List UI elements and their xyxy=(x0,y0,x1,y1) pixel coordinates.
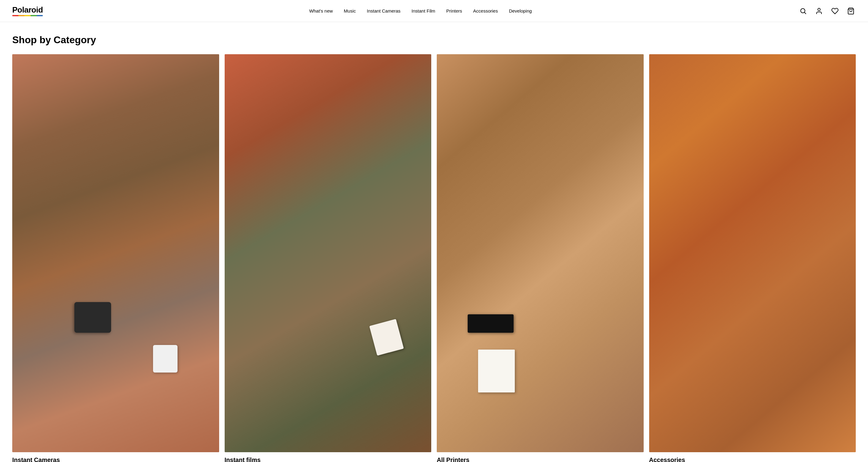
svg-point-2 xyxy=(818,8,820,11)
search-button[interactable] xyxy=(798,6,808,16)
nav-item-instant-film[interactable]: Instant Film xyxy=(412,8,436,13)
nav-item-instant-cameras[interactable]: Instant Cameras xyxy=(367,8,401,13)
category-card-instant-cameras[interactable]: Instant Cameras xyxy=(12,54,219,462)
svg-point-0 xyxy=(801,8,805,13)
category-label-instant-films: Instant films xyxy=(225,457,432,462)
nav-item-accessories[interactable]: Accessories xyxy=(473,8,498,13)
cart-button[interactable] xyxy=(846,6,856,16)
category-image-instant-films xyxy=(225,54,432,452)
category-image-all-printers xyxy=(437,54,644,452)
category-image-instant-cameras xyxy=(12,54,219,452)
search-icon xyxy=(800,7,807,15)
nav-item-music[interactable]: Music xyxy=(344,8,355,13)
logo-bar-red xyxy=(12,15,18,16)
category-label-instant-cameras: Instant Cameras xyxy=(12,457,219,462)
main-nav: What's new Music Instant Cameras Instant… xyxy=(309,8,532,13)
main-content: Shop by Category Instant Cameras Instant… xyxy=(0,22,868,462)
category-image-accessories xyxy=(649,54,856,452)
heart-icon xyxy=(831,7,839,15)
logo[interactable]: Polaroid xyxy=(12,6,43,16)
section-title: Shop by Category xyxy=(12,34,856,46)
nav-item-developing[interactable]: Developing xyxy=(509,8,532,13)
logo-bar-orange xyxy=(18,15,25,16)
category-card-instant-films[interactable]: Instant films xyxy=(225,54,432,462)
logo-bar xyxy=(12,15,43,16)
logo-bar-blue xyxy=(37,15,43,16)
account-icon xyxy=(815,7,823,15)
category-label-all-printers: All Printers xyxy=(437,457,644,462)
wishlist-button[interactable] xyxy=(830,6,840,16)
logo-bar-yellow xyxy=(25,15,31,16)
nav-item-whats-new[interactable]: What's new xyxy=(309,8,333,13)
logo-text: Polaroid xyxy=(12,6,43,14)
category-card-all-printers[interactable]: All Printers xyxy=(437,54,644,462)
account-button[interactable] xyxy=(814,6,824,16)
header-icons xyxy=(798,6,856,16)
category-label-accessories: Accessories xyxy=(649,457,856,462)
category-card-accessories[interactable]: Accessories xyxy=(649,54,856,462)
category-grid: Instant Cameras Instant films All Printe… xyxy=(12,54,856,462)
cart-icon xyxy=(847,7,855,15)
site-header: Polaroid What's new Music Instant Camera… xyxy=(0,0,868,22)
nav-item-printers[interactable]: Printers xyxy=(446,8,462,13)
logo-bar-green xyxy=(31,15,37,16)
svg-line-1 xyxy=(805,12,806,13)
